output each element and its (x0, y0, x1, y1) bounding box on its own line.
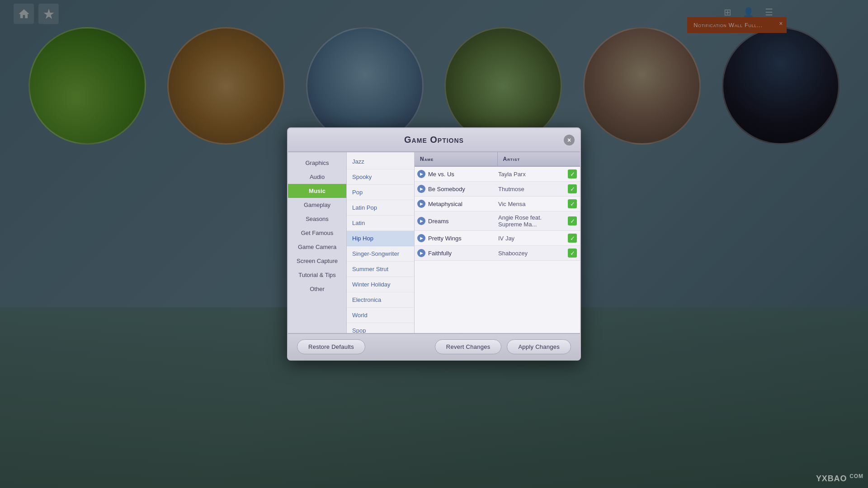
dialog-body: Graphics Audio Music Gameplay Seasons Ge… (288, 152, 580, 333)
watermark-subtext: COM (849, 473, 863, 479)
station-jazz[interactable]: Jazz (347, 154, 414, 169)
station-electronica[interactable]: Electronica (347, 292, 414, 308)
song-check-3[interactable]: ✓ (565, 216, 580, 225)
station-list: Jazz Spooky Pop Latin Pop Latin Hip Hop … (347, 152, 415, 333)
station-hip-hop[interactable]: Hip Hop (347, 231, 414, 246)
checkbox-4[interactable]: ✓ (568, 234, 577, 243)
dialog-footer: Restore Defaults Revert Changes Apply Ch… (288, 333, 580, 360)
nav-item-music[interactable]: Music (288, 184, 346, 198)
station-latin[interactable]: Latin (347, 216, 414, 231)
song-name-0: Me vs. Us (428, 171, 498, 178)
restore-defaults-button[interactable]: Restore Defaults (297, 339, 365, 354)
checkbox-0[interactable]: ✓ (568, 169, 577, 178)
song-check-5[interactable]: ✓ (565, 249, 580, 258)
song-name-3: Dreams (428, 218, 498, 225)
nav-item-game-camera[interactable]: Game Camera (288, 240, 346, 254)
nav-item-graphics[interactable]: Graphics (288, 156, 346, 170)
song-row: ▶ Dreams Angie Rose feat. Supreme Ma... … (415, 211, 580, 231)
song-row: ▶ Faithfully Shaboozey ✓ (415, 246, 580, 261)
station-world[interactable]: World (347, 308, 414, 323)
play-icon-1[interactable]: ▶ (417, 185, 425, 193)
song-name-2: Metaphysical (428, 201, 498, 207)
station-winter-holiday[interactable]: Winter Holiday (347, 277, 414, 292)
checkbox-5[interactable]: ✓ (568, 249, 577, 258)
watermark-text: YXBAO (816, 474, 847, 483)
song-name-4: Pretty Wings (428, 235, 498, 242)
nav-item-audio[interactable]: Audio (288, 170, 346, 184)
station-spop[interactable]: Spop (347, 323, 414, 333)
song-play-1[interactable]: ▶ (415, 185, 428, 193)
game-options-dialog: Game Options × Graphics Audio Music Game… (287, 127, 581, 361)
songs-panel: Name Artist ▶ Me vs. Us Tayla Parx ✓ ▶ B… (415, 152, 580, 333)
station-spooky[interactable]: Spooky (347, 169, 414, 185)
song-play-3[interactable]: ▶ (415, 217, 428, 225)
play-icon-4[interactable]: ▶ (417, 234, 425, 242)
songs-col-name-header: Name (415, 152, 498, 166)
song-artist-0: Tayla Parx (498, 171, 565, 178)
watermark: YXBAO COM (816, 473, 863, 483)
song-check-1[interactable]: ✓ (565, 184, 580, 193)
station-pop[interactable]: Pop (347, 185, 414, 200)
song-name-1: Be Somebody (428, 186, 498, 192)
play-icon-5[interactable]: ▶ (417, 249, 425, 257)
footer-right-buttons: Revert Changes Apply Changes (435, 339, 571, 354)
song-play-2[interactable]: ▶ (415, 200, 428, 208)
checkbox-3[interactable]: ✓ (568, 216, 577, 225)
song-play-0[interactable]: ▶ (415, 170, 428, 178)
songs-header: Name Artist (415, 152, 580, 167)
song-artist-1: Thutmose (498, 186, 565, 192)
dialog-title: Game Options (404, 135, 464, 145)
song-artist-3: Angie Rose feat. Supreme Ma... (498, 214, 565, 228)
song-row: ▶ Pretty Wings IV Jay ✓ (415, 231, 580, 246)
nav-item-gameplay[interactable]: Gameplay (288, 198, 346, 212)
nav-item-seasons[interactable]: Seasons (288, 212, 346, 226)
nav-item-other[interactable]: Other (288, 282, 346, 296)
checkbox-2[interactable]: ✓ (568, 199, 577, 208)
song-row: ▶ Be Somebody Thutmose ✓ (415, 182, 580, 197)
song-play-4[interactable]: ▶ (415, 234, 428, 242)
nav-item-get-famous[interactable]: Get Famous (288, 226, 346, 240)
song-check-4[interactable]: ✓ (565, 234, 580, 243)
play-icon-0[interactable]: ▶ (417, 170, 425, 178)
song-artist-5: Shaboozey (498, 250, 565, 257)
song-check-0[interactable]: ✓ (565, 169, 580, 178)
nav-item-tutorial-tips[interactable]: Tutorial & Tips (288, 268, 346, 282)
station-latin-pop[interactable]: Latin Pop (347, 200, 414, 216)
station-summer-strut[interactable]: Summer Strut (347, 262, 414, 277)
songs-col-artist-header: Artist (498, 152, 580, 166)
play-icon-3[interactable]: ▶ (417, 217, 425, 225)
song-check-2[interactable]: ✓ (565, 199, 580, 208)
dialog-header: Game Options × (288, 128, 580, 152)
revert-changes-button[interactable]: Revert Changes (435, 339, 502, 354)
song-artist-2: Vic Mensa (498, 201, 565, 207)
song-name-5: Faithfully (428, 250, 498, 257)
modal-overlay: Game Options × Graphics Audio Music Game… (0, 0, 868, 488)
song-play-5[interactable]: ▶ (415, 249, 428, 257)
song-row: ▶ Metaphysical Vic Mensa ✓ (415, 197, 580, 211)
station-singer-songwriter[interactable]: Singer-Songwriter (347, 246, 414, 262)
checkbox-1[interactable]: ✓ (568, 184, 577, 193)
left-nav: Graphics Audio Music Gameplay Seasons Ge… (288, 152, 347, 333)
dialog-close-button[interactable]: × (564, 135, 575, 145)
song-row: ▶ Me vs. Us Tayla Parx ✓ (415, 167, 580, 182)
apply-changes-button[interactable]: Apply Changes (507, 339, 571, 354)
nav-item-screen-capture[interactable]: Screen Capture (288, 254, 346, 268)
song-artist-4: IV Jay (498, 235, 565, 242)
songs-list: ▶ Me vs. Us Tayla Parx ✓ ▶ Be Somebody T… (415, 167, 580, 333)
play-icon-2[interactable]: ▶ (417, 200, 425, 208)
